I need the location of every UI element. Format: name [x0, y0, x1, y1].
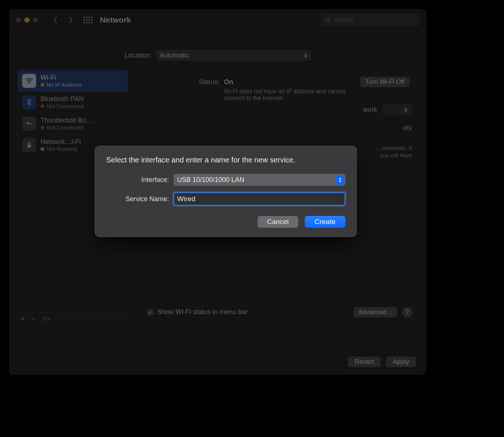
svg-rect-5 [27, 145, 31, 148]
chevron-left-icon [53, 16, 58, 24]
sidebar-item-title: Wi-Fi [41, 74, 82, 82]
nav-arrows [49, 15, 77, 25]
location-label: Location: [124, 52, 151, 59]
svg-point-3 [26, 123, 27, 124]
new-service-sheet: Select the interface and enter a name fo… [95, 146, 357, 237]
service-name-label: Service Name: [106, 195, 169, 203]
bluetooth-icon [22, 95, 36, 109]
status-label: Status: [144, 78, 220, 86]
minimize-window-button[interactable] [24, 17, 30, 23]
svg-point-2 [28, 83, 30, 84]
network-name-select[interactable]: ▲▼ [382, 104, 412, 115]
sidebar-item-thunderbolt[interactable]: Thunderbolt Bri… Not Connected [18, 113, 128, 134]
location-row: Location: Automatic ▲▼ [9, 50, 426, 61]
svg-point-4 [31, 123, 32, 124]
service-name-row: Service Name: [106, 192, 345, 206]
window-title: Network [100, 16, 131, 24]
sidebar-item-sub: No IP Address [46, 82, 82, 88]
chevron-updown-icon: ▲▼ [304, 52, 308, 58]
show-all-button[interactable] [82, 15, 93, 25]
status-dot-icon [41, 147, 44, 151]
sidebar-item-sub: Not Connected [46, 103, 83, 109]
svg-point-7 [44, 318, 44, 319]
interface-value: USB 10/100/1000 LAN [177, 176, 244, 184]
preferences-window: Network Location: Automatic ▲▼ Wi-Fi No … [9, 9, 426, 375]
interface-select[interactable]: USB 10/100/1000 LAN ▲▼ [173, 174, 345, 186]
show-in-menubar-checkbox[interactable]: ✓ [147, 309, 153, 316]
menubar-checkbox-row: ✓ Show Wi-Fi status in menu bar [147, 308, 248, 316]
chevron-updown-icon: ▲▼ [404, 107, 408, 113]
svg-line-1 [329, 21, 331, 22]
chevron-right-icon [69, 16, 73, 24]
sidebar-item-sub: Not Running [46, 146, 77, 152]
ellipsis-chevron-icon: ▾ [42, 316, 50, 321]
status-dot-icon [41, 104, 44, 108]
apply-button[interactable]: Apply [386, 357, 416, 367]
service-name-input[interactable] [173, 192, 345, 206]
search-icon [325, 17, 331, 23]
svg-point-9 [45, 318, 46, 319]
sheet-title: Select the interface and enter a name fo… [106, 156, 345, 164]
chevron-updown-icon: ▲▼ [336, 175, 344, 185]
search-field[interactable] [321, 14, 420, 26]
back-button[interactable] [49, 15, 62, 25]
forward-button[interactable] [65, 15, 77, 25]
turn-wifi-off-button[interactable]: Turn Wi-Fi Off [360, 77, 410, 87]
location-select[interactable]: Automatic ▲▼ [156, 50, 311, 61]
network-name-label-partial: work [363, 106, 377, 114]
zoom-window-button[interactable] [33, 17, 38, 23]
close-window-button[interactable] [16, 17, 21, 23]
svg-point-8 [45, 318, 45, 319]
sidebar-item-wifi[interactable]: Wi-Fi No IP Address [18, 70, 128, 92]
window-controls [16, 17, 38, 23]
sidebar-item-title: Thunderbolt Bri… [41, 117, 93, 124]
titlebar: Network [9, 9, 426, 31]
help-button[interactable]: ? [402, 307, 412, 317]
interface-label: Interface: [106, 176, 169, 184]
interface-row: Interface: USB 10/100/1000 LAN ▲▼ [106, 174, 345, 186]
search-input[interactable] [334, 17, 416, 23]
location-value: Automatic [160, 52, 189, 59]
status-dot-icon [41, 126, 44, 130]
status-dot-icon [41, 83, 44, 87]
sidebar-item-sub: Not Connected [46, 124, 83, 131]
create-button[interactable]: Create [305, 216, 345, 228]
status-note: Wi-Fi does not have an IP address and ca… [224, 88, 364, 101]
add-service-button[interactable]: ＋ [18, 313, 28, 324]
revert-button[interactable]: Revert [348, 357, 381, 367]
cancel-button[interactable]: Cancel [258, 216, 298, 228]
sidebar-item-bluetooth-pan[interactable]: Bluetooth PAN Not Connected [18, 92, 128, 113]
wifi-icon [22, 74, 36, 88]
sidebar-item-title: Network…i-Fi [41, 138, 81, 146]
lock-icon [22, 138, 36, 152]
show-in-menubar-label: Show Wi-Fi status in menu bar [157, 308, 248, 316]
advanced-button[interactable]: Advanced… [354, 307, 397, 317]
sidebar-item-title: Bluetooth PAN [41, 95, 84, 103]
service-actions-menu[interactable]: ▾ [38, 313, 55, 324]
auto-join-label-partial: ots [403, 124, 412, 132]
thunderbolt-bridge-icon [22, 117, 36, 131]
sidebar-footer: ＋ － ▾ [18, 312, 128, 324]
window-footer: Revert Apply [348, 357, 416, 367]
grid-icon [83, 17, 93, 23]
status-value: On [224, 78, 364, 86]
remove-service-button[interactable]: － [28, 313, 38, 324]
sheet-buttons: Cancel Create [106, 216, 345, 228]
